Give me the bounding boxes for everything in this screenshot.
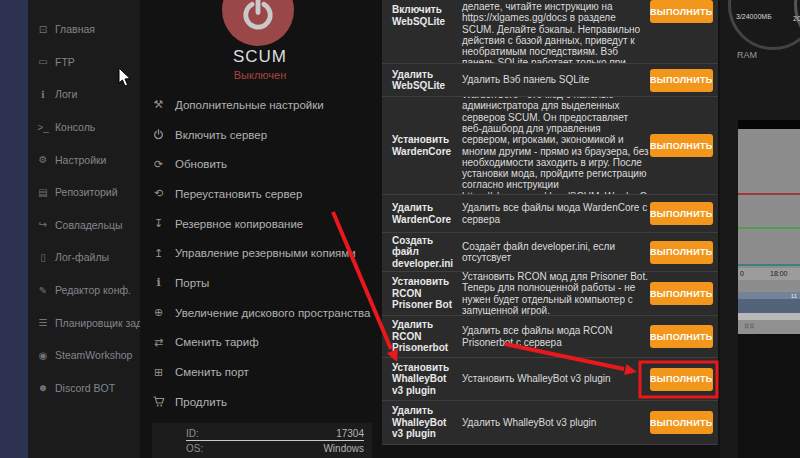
menu-item-advanced-settings[interactable]: ⚒Дополнительные настройки bbox=[151, 90, 379, 120]
wrench-icon: ⚒ bbox=[151, 98, 166, 111]
share-icon: ↪ bbox=[35, 219, 51, 230]
sidebar-item-coowners[interactable]: ↪Совладельцы bbox=[28, 209, 140, 242]
sidebar-item-label: Редактор конф. bbox=[55, 284, 131, 296]
chart-toolbar: ⠿⠿ bbox=[738, 320, 800, 334]
sidebar-item-discord-bot[interactable]: ☻Discord BOT bbox=[28, 372, 140, 405]
terminal-icon: >_ bbox=[35, 122, 51, 133]
sidebar-item-label: Совладельцы bbox=[55, 219, 123, 231]
server-os-value: Windows bbox=[323, 443, 364, 454]
execute-button[interactable]: ВЫПОЛНИТЬ bbox=[650, 325, 713, 348]
menu-item-change-tariff[interactable]: ⇄Сменить тариф bbox=[151, 328, 379, 358]
menu-item-reinstall-server[interactable]: ⟲Переустановить сервер bbox=[151, 179, 379, 209]
table-row-remove-websqlite: Удалить WebSQLiteУдалить Вэб панель SQLi… bbox=[382, 64, 718, 97]
menu-item-label: Порты bbox=[175, 277, 209, 289]
action-name: Создать файл developer.ini bbox=[392, 235, 454, 270]
edit-icon: ✎ bbox=[35, 285, 51, 296]
sidebar-item-repository[interactable]: ▤Репозиторий bbox=[28, 176, 140, 209]
divider-strip bbox=[738, 313, 800, 320]
menu-item-change-port[interactable]: ⊞Сменить порт bbox=[151, 357, 379, 387]
menu-item-label: Управление резервными копиями bbox=[175, 247, 356, 259]
server-info-box: ID:17304 OS:Windows bbox=[152, 423, 372, 458]
axis-tick: 18:00 bbox=[770, 270, 788, 277]
menu-item-label: Продлить bbox=[175, 396, 227, 408]
sidebar-item-label: Главная bbox=[55, 23, 95, 35]
upload-icon: ↥ bbox=[151, 247, 166, 260]
sidebar-item-ftp[interactable]: ▭FTP bbox=[28, 46, 140, 79]
file-icon: ▯ bbox=[35, 252, 51, 263]
sidebar-item-config-editor[interactable]: ✎Редактор конф. bbox=[28, 274, 140, 307]
page-background bbox=[738, 334, 800, 458]
execute-button[interactable]: ВЫПОЛНИТЬ bbox=[650, 411, 713, 434]
menu-item-update[interactable]: ⟳Обновить bbox=[151, 149, 379, 179]
actions-table: Включить WebSQLiteделаете, читайте инстр… bbox=[380, 0, 718, 458]
execute-button[interactable]: ВЫПОЛНИТЬ bbox=[650, 202, 713, 225]
menu-item-ports[interactable]: ℹПорты bbox=[151, 268, 379, 298]
execute-button[interactable]: ВЫПОЛНИТЬ bbox=[650, 282, 713, 305]
sidebar-item-label: Планировщик задач bbox=[55, 317, 153, 329]
menu-item-label: Увеличение дискового пространства bbox=[175, 307, 370, 319]
execute-button[interactable]: ВЫПОЛНИТЬ bbox=[650, 69, 713, 92]
action-name: Установить WardenCore bbox=[392, 134, 454, 157]
action-description: WardenCore - это мод с панелью администр… bbox=[462, 97, 650, 195]
menu-item-start-server[interactable]: Включить сервер bbox=[151, 120, 379, 150]
action-name: Установить WhalleyBot v3 plugin bbox=[392, 362, 454, 397]
menu-item-prolong[interactable]: Продлить bbox=[151, 387, 379, 417]
table-row-remove-whalleybot: Удалить WhalleyBot v3 pluginУдалить Whal… bbox=[382, 401, 718, 445]
desktop-icon: ⊡ bbox=[35, 24, 51, 35]
chart-x-axis: 0 18:00 bbox=[738, 268, 800, 280]
sidebar-item-label: FTP bbox=[55, 56, 75, 68]
table-row-enable-websqlite: Включить WebSQLiteделаете, читайте инстр… bbox=[382, 0, 718, 64]
menu-item-label: Включить сервер bbox=[175, 129, 267, 141]
sidebar-item-label: Лог-файлы bbox=[55, 251, 109, 263]
task-list-icon: ☰ bbox=[35, 317, 51, 328]
action-name: Удалить RCON Prisonerbot bbox=[392, 319, 454, 354]
background-dashboard: 3/24000МБ RAM 20 0 18:00 11 ⠿⠿ bbox=[720, 0, 800, 458]
cart-icon bbox=[151, 396, 166, 407]
chart-red-line bbox=[738, 193, 800, 195]
action-name: Включить WebSQLite bbox=[392, 4, 454, 27]
axis-tick: 0 bbox=[740, 270, 744, 277]
sidebar-item-label: Discord BOT bbox=[55, 382, 115, 394]
performance-chart bbox=[738, 129, 800, 268]
menu-item-backup[interactable]: ↧Резервное копирование bbox=[151, 209, 379, 239]
chart-range-selector: 11 bbox=[738, 292, 800, 313]
execute-button[interactable]: ВЫПОЛНИТЬ bbox=[650, 241, 713, 264]
server-menu: ⚒Дополнительные настройки Включить серве… bbox=[151, 90, 379, 417]
plus-circle-icon: ⊕ bbox=[151, 306, 166, 319]
action-name: Удалить WebSQLite bbox=[392, 69, 454, 92]
execute-button[interactable]: ВЫПОЛНИТЬ bbox=[650, 368, 713, 391]
menu-item-label: Сменить тариф bbox=[175, 336, 259, 348]
sidebar-item-logs[interactable]: ℹЛоги bbox=[28, 78, 140, 111]
range-label: 11 bbox=[791, 293, 797, 299]
action-description: делаете, читайте инструкцию на https://x… bbox=[462, 1, 650, 64]
execute-button[interactable]: ВЫПОЛНИТЬ bbox=[650, 134, 713, 157]
execute-button[interactable]: ВЫПОЛНИТЬ bbox=[650, 0, 713, 23]
action-name: Установить RCON Prisoner Bot bbox=[392, 276, 454, 311]
refresh-icon: ⟳ bbox=[151, 158, 166, 171]
cpu-gauge-value: 20 bbox=[793, 15, 800, 22]
sidebar-item-logfiles[interactable]: ▯Лог-файлы bbox=[28, 241, 140, 274]
menu-item-manage-backups[interactable]: ↥Управление резервными копиями bbox=[151, 238, 379, 268]
action-description: Установить RCON мод для Prisoner Bot. Те… bbox=[462, 272, 650, 316]
sidebar-item-scheduler[interactable]: ☰Планировщик задач bbox=[28, 306, 140, 339]
info-row-os: OS:Windows bbox=[186, 441, 364, 455]
server-power-button[interactable] bbox=[222, 0, 294, 46]
sidebar-item-steamworkshop[interactable]: ◉SteamWorkshop bbox=[28, 339, 140, 372]
sidebar-item-console[interactable]: >_Консоль bbox=[28, 111, 140, 144]
info-label: ID: bbox=[186, 428, 199, 439]
server-name: SCUM bbox=[140, 47, 380, 67]
chart-teal-line bbox=[738, 264, 800, 266]
action-description: Удалить все файлы мода RCON Prisonerbot … bbox=[462, 325, 650, 348]
sidebar-item-home[interactable]: ⊡Главная bbox=[28, 13, 140, 46]
chart-header-band bbox=[738, 120, 800, 129]
menu-item-increase-disk[interactable]: ⊕Увеличение дискового пространства bbox=[151, 298, 379, 328]
folder-icon: ▭ bbox=[35, 56, 51, 67]
table-row-create-developer-ini: Создать файл developer.iniСоздаёт файл d… bbox=[382, 233, 718, 272]
ram-gauge-value: 3/24000МБ bbox=[736, 13, 772, 20]
swap-icon: ⇄ bbox=[151, 336, 166, 349]
action-description: Установить WhalleyBot v3 plugin bbox=[462, 373, 650, 384]
sidebar-item-settings[interactable]: ⚙Настройки bbox=[28, 143, 140, 176]
action-name: Удалить WhalleyBot v3 plugin bbox=[392, 405, 454, 440]
server-status: Выключен bbox=[140, 69, 380, 81]
server-id-value: 17304 bbox=[336, 428, 364, 439]
